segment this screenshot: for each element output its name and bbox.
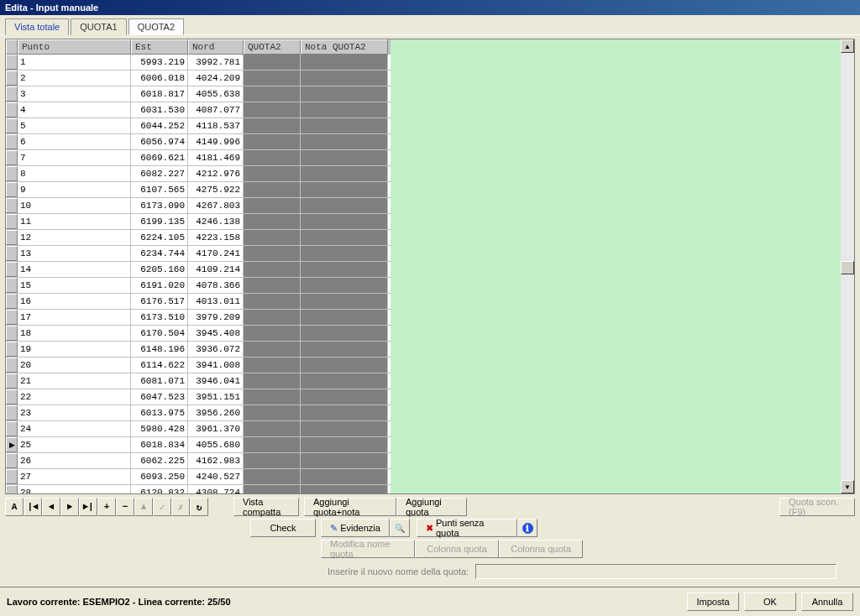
cell-est[interactable]: 6224.105: [131, 230, 188, 245]
cell-nord[interactable]: 4240.527: [188, 469, 244, 484]
cell-est[interactable]: 6062.225: [131, 453, 188, 468]
nav-button-8[interactable]: ✓: [153, 498, 171, 516]
cell-punto[interactable]: 26: [18, 453, 131, 468]
quota-scon-button[interactable]: Quota scon. (F9): [779, 498, 855, 516]
cell-punto[interactable]: 27: [18, 469, 131, 484]
cell-punto[interactable]: 24: [18, 421, 131, 436]
table-row[interactable]: 266062.2254162.983: [6, 453, 391, 469]
table-row[interactable]: 66056.9744149.996: [6, 134, 391, 150]
nav-button-5[interactable]: +: [97, 498, 116, 516]
cell-est[interactable]: 6047.523: [131, 389, 188, 405]
vertical-scrollbar[interactable]: ▲ ▼: [841, 39, 854, 493]
header-quota2[interactable]: QUOTA2: [244, 39, 301, 55]
colonna-quota-button-2[interactable]: Colonna quota: [499, 540, 583, 558]
cell-nota[interactable]: [301, 118, 388, 133]
cell-punto[interactable]: 15: [18, 278, 131, 293]
nav-button-1[interactable]: |◄: [24, 498, 42, 516]
cell-punto[interactable]: 4: [18, 102, 131, 117]
table-row[interactable]: 236013.9753956.260: [6, 405, 391, 421]
cell-nota[interactable]: [301, 421, 388, 436]
cell-nord[interactable]: 4055.638: [188, 86, 244, 102]
cell-nota[interactable]: [301, 230, 388, 245]
punti-senza-quota-button[interactable]: Punti senza quota: [417, 519, 517, 537]
cell-quota2[interactable]: [244, 342, 301, 357]
cell-est[interactable]: 6170.504: [131, 326, 188, 341]
cell-nord[interactable]: 4308.724: [188, 485, 244, 493]
aggiungi-quota-nota-button[interactable]: Aggiungi quota+nota: [304, 498, 396, 516]
cell-quota2[interactable]: [244, 182, 301, 197]
info-button[interactable]: [517, 519, 538, 537]
cell-est[interactable]: 6081.071: [131, 373, 188, 389]
ok-button[interactable]: OK: [744, 593, 796, 611]
cell-nota[interactable]: [301, 310, 388, 325]
nav-button-9[interactable]: ✗: [171, 498, 190, 516]
cell-est[interactable]: 6205.160: [131, 262, 188, 277]
cell-est[interactable]: 6107.565: [131, 182, 188, 197]
cell-est[interactable]: 6173.510: [131, 310, 188, 325]
cell-nord[interactable]: 4024.209: [188, 70, 244, 86]
aggiungi-quota-button[interactable]: Aggiungi quota: [396, 498, 467, 516]
cell-est[interactable]: 6069.621: [131, 150, 188, 165]
scroll-up-arrow[interactable]: ▲: [841, 39, 854, 53]
cell-nota[interactable]: [301, 134, 388, 149]
cell-punto[interactable]: 9: [18, 182, 131, 197]
cell-punto[interactable]: 10: [18, 198, 131, 213]
cell-punto[interactable]: 17: [18, 310, 131, 325]
header-est[interactable]: Est: [131, 39, 188, 55]
cell-punto[interactable]: 25: [18, 437, 131, 452]
quota-name-input[interactable]: [475, 564, 836, 579]
cell-nord[interactable]: 4181.469: [188, 150, 244, 165]
cell-quota2[interactable]: [244, 118, 301, 133]
table-row[interactable]: 106173.0904267.803: [6, 198, 391, 214]
cell-nord[interactable]: 3951.151: [188, 389, 244, 405]
cell-nota[interactable]: [301, 405, 388, 420]
cell-quota2[interactable]: [244, 134, 301, 149]
table-row[interactable]: 216081.0713946.041: [6, 373, 391, 389]
table-row[interactable]: 206114.6223941.008: [6, 358, 391, 373]
table-row[interactable]: 276093.2504240.527: [6, 469, 391, 485]
cell-est[interactable]: 6018.834: [131, 437, 188, 452]
cell-nord[interactable]: 4118.537: [188, 118, 244, 133]
cell-quota2[interactable]: [244, 421, 301, 436]
cell-est[interactable]: 6006.018: [131, 70, 188, 86]
cell-nord[interactable]: 3992.781: [188, 55, 244, 70]
table-row[interactable]: 146205.1604109.214: [6, 262, 391, 278]
cell-est[interactable]: 6013.975: [131, 405, 188, 420]
cell-punto[interactable]: 23: [18, 405, 131, 420]
cell-quota2[interactable]: [244, 326, 301, 341]
table-row[interactable]: 126224.1054223.158: [6, 230, 391, 246]
cell-nota[interactable]: [301, 469, 388, 484]
header-nota[interactable]: Nota QUOTA2: [301, 39, 388, 55]
cell-punto[interactable]: 19: [18, 342, 131, 357]
cell-quota2[interactable]: [244, 246, 301, 261]
table-row[interactable]: 286120.8324308.724: [6, 485, 391, 493]
cell-nota[interactable]: [301, 373, 388, 389]
table-row[interactable]: 96107.5654275.922: [6, 182, 391, 198]
cell-nord[interactable]: 4087.077: [188, 102, 244, 117]
cell-est[interactable]: 5993.219: [131, 55, 188, 70]
cell-quota2[interactable]: [244, 102, 301, 117]
cell-quota2[interactable]: [244, 437, 301, 452]
cell-nota[interactable]: [301, 150, 388, 165]
cell-est[interactable]: 6031.530: [131, 102, 188, 117]
cell-est[interactable]: 6056.974: [131, 134, 188, 149]
table-row[interactable]: ▶256018.8344055.680: [6, 437, 391, 453]
cell-nota[interactable]: [301, 102, 388, 117]
table-row[interactable]: 245980.4283961.370: [6, 421, 391, 437]
cell-nota[interactable]: [301, 246, 388, 261]
table-row[interactable]: 116199.1354246.138: [6, 214, 391, 230]
cell-nord[interactable]: 4170.241: [188, 246, 244, 261]
cell-nota[interactable]: [301, 182, 388, 197]
nav-button-10[interactable]: ↻: [190, 498, 208, 516]
cell-nord[interactable]: 4267.803: [188, 198, 244, 213]
cell-quota2[interactable]: [244, 198, 301, 213]
cell-nord[interactable]: 4078.366: [188, 278, 244, 293]
cell-nota[interactable]: [301, 453, 388, 468]
cell-nota[interactable]: [301, 70, 388, 86]
cell-nord[interactable]: 3945.408: [188, 326, 244, 341]
cell-nota[interactable]: [301, 485, 388, 493]
cell-est[interactable]: 6044.252: [131, 118, 188, 133]
cell-est[interactable]: 6199.135: [131, 214, 188, 229]
modifica-nome-quota-button[interactable]: Modifica nome quota: [321, 540, 415, 558]
cell-est[interactable]: 6173.090: [131, 198, 188, 213]
